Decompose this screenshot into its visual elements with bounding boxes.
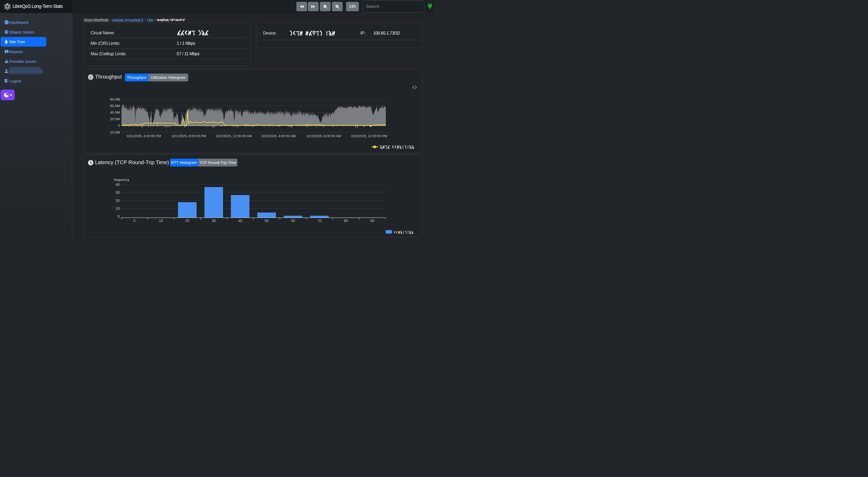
svg-text:0: 0 [133, 218, 135, 223]
svg-text:3/21/2025, 8:00:00 PM: 3/21/2025, 8:00:00 PM [172, 134, 206, 138]
svg-text:30: 30 [212, 218, 216, 223]
svg-text:3/22/2025, 4:00:00 AM: 3/22/2025, 4:00:00 AM [261, 134, 296, 138]
svg-text:3/22/2025, 12:00:00 AM: 3/22/2025, 12:00:00 AM [216, 134, 252, 138]
svg-text:frequency: frequency [114, 178, 130, 182]
svg-text:3/22/2025, 8:00:00 AM: 3/22/2025, 8:00:00 AM [307, 134, 341, 138]
svg-text:20.0M: 20.0M [110, 117, 120, 121]
svg-text:3/22/2025, 12:00:00 PM: 3/22/2025, 12:00:00 PM [351, 134, 388, 138]
svg-text:30: 30 [116, 190, 120, 195]
svg-text:40: 40 [238, 218, 242, 223]
svg-text:20: 20 [116, 199, 120, 203]
svg-text:40: 40 [116, 182, 120, 187]
svg-text:80.0M: 80.0M [110, 97, 120, 101]
svg-text:70: 70 [317, 218, 322, 223]
svg-text:60: 60 [291, 218, 295, 223]
svg-text:3/21/2025, 4:00:00 PM: 3/21/2025, 4:00:00 PM [126, 134, 161, 138]
svg-text:40.0M: 40.0M [110, 111, 120, 114]
svg-text:0: 0 [118, 124, 120, 127]
svg-text:10: 10 [159, 218, 163, 223]
svg-text:90: 90 [370, 218, 375, 223]
svg-text:80: 80 [344, 218, 348, 223]
svg-text:20.0M: 20.0M [110, 130, 120, 134]
svg-text:50: 50 [265, 218, 269, 223]
svg-text:0: 0 [118, 214, 120, 218]
svg-text:60.0M: 60.0M [110, 104, 120, 108]
svg-text:10: 10 [116, 206, 120, 210]
svg-text:20: 20 [185, 218, 189, 223]
